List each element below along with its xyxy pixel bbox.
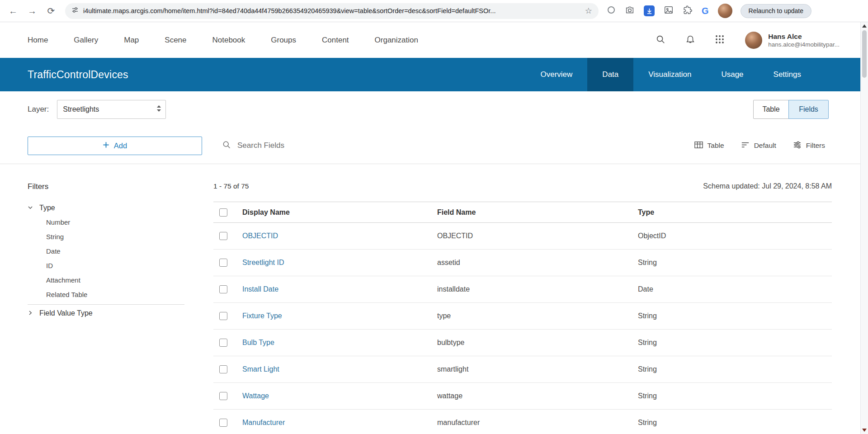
field-display-name-link[interactable]: Bulb Type bbox=[242, 339, 274, 346]
app-launcher-grid-icon[interactable] bbox=[715, 35, 724, 46]
search-fields bbox=[222, 140, 694, 151]
item-tab[interactable]: Overview bbox=[526, 58, 588, 91]
filter-item[interactable]: ID bbox=[46, 258, 184, 273]
nav-item[interactable]: Content bbox=[322, 36, 349, 45]
row-checkbox[interactable] bbox=[219, 312, 227, 320]
table-view-button[interactable]: Table bbox=[753, 100, 789, 119]
filters-action[interactable]: Filters bbox=[793, 140, 825, 151]
page-scrollbar[interactable] bbox=[860, 22, 868, 434]
field-display-name-link[interactable]: Wattage bbox=[242, 392, 269, 400]
row-checkbox[interactable] bbox=[219, 285, 227, 293]
url-text[interactable]: i4ultimate.maps.arcgis.com/home/item.htm… bbox=[83, 7, 580, 14]
item-header: TrafficControlDevices OverviewDataVisual… bbox=[0, 58, 860, 91]
nav-item[interactable]: Gallery bbox=[74, 36, 98, 45]
google-g-icon[interactable]: G bbox=[702, 6, 709, 16]
layer-select[interactable]: Streetlights bbox=[57, 100, 166, 119]
browser-toolbar: ← → ⟳ i4ultimate.maps.arcgis.com/home/it… bbox=[0, 0, 868, 22]
filter-group-fvt-label: Field Value Type bbox=[39, 309, 93, 317]
scrollbar-up-arrow-icon[interactable] bbox=[862, 24, 867, 28]
nav-item[interactable]: Notebook bbox=[212, 36, 245, 45]
filter-group-type[interactable]: Type bbox=[28, 204, 184, 212]
field-name-cell: smartlight bbox=[437, 365, 638, 373]
fields-table-header: Display Name Field Name Type bbox=[213, 202, 832, 223]
item-tab[interactable]: Usage bbox=[706, 58, 758, 91]
results-meta: 1 - 75 of 75 Schema updated: Jul 29, 202… bbox=[213, 182, 832, 190]
filters-divider bbox=[28, 304, 184, 305]
layer-select-value: Streetlights bbox=[63, 105, 99, 113]
table-row: Streetlight ID assetid String bbox=[213, 250, 832, 276]
fields-main: 1 - 75 of 75 Schema updated: Jul 29, 202… bbox=[213, 164, 832, 434]
row-checkbox[interactable] bbox=[219, 392, 227, 400]
filter-type-items: NumberStringDateIDAttachmentRelated Tabl… bbox=[46, 215, 184, 302]
filter-group-field-value-type[interactable]: Field Value Type bbox=[28, 309, 184, 317]
layer-label: Layer: bbox=[28, 105, 49, 114]
browser-back-icon[interactable]: ← bbox=[5, 3, 21, 19]
screen: ← → ⟳ i4ultimate.maps.arcgis.com/home/it… bbox=[0, 0, 868, 434]
table-row: Wattage wattage String bbox=[213, 383, 832, 410]
chevron-right-icon bbox=[28, 309, 33, 317]
filter-item[interactable]: Related Table bbox=[46, 287, 184, 302]
row-checkbox[interactable] bbox=[219, 365, 227, 373]
add-field-button[interactable]: Add bbox=[28, 137, 202, 155]
item-tab[interactable]: Visualization bbox=[633, 58, 706, 91]
browser-reload-icon[interactable]: ⟳ bbox=[43, 3, 59, 19]
browser-forward-icon[interactable]: → bbox=[24, 3, 40, 19]
screenshot-camera-icon[interactable] bbox=[625, 5, 635, 17]
table-layout-action[interactable]: Table bbox=[694, 140, 724, 151]
item-tabs: OverviewDataVisualizationUsageSettings bbox=[526, 58, 861, 91]
site-info-icon[interactable] bbox=[71, 6, 79, 15]
search-fields-input[interactable] bbox=[237, 141, 518, 150]
relaunch-update-button[interactable]: Relaunch to update bbox=[741, 4, 811, 18]
select-all-checkbox[interactable] bbox=[219, 208, 227, 217]
toolbar-actions: Table Default Filters bbox=[694, 140, 825, 151]
item-tab[interactable]: Data bbox=[587, 58, 633, 91]
browser-profile-avatar[interactable] bbox=[718, 4, 732, 18]
item-title: TrafficControlDevices bbox=[28, 69, 128, 81]
plus-icon bbox=[103, 142, 109, 150]
notifications-bell-icon[interactable] bbox=[685, 34, 695, 46]
row-checkbox[interactable] bbox=[219, 259, 227, 267]
result-count: 1 - 75 of 75 bbox=[213, 182, 249, 190]
fields-view-button[interactable]: Fields bbox=[788, 100, 829, 119]
extensions-puzzle-icon[interactable] bbox=[683, 5, 693, 17]
chevron-down-icon bbox=[28, 204, 33, 212]
filter-item[interactable]: Date bbox=[46, 244, 184, 258]
field-type-cell: Date bbox=[638, 285, 832, 293]
image-extension-icon[interactable] bbox=[664, 5, 674, 17]
field-display-name-link[interactable]: Manufacturer bbox=[242, 419, 285, 426]
default-order-action[interactable]: Default bbox=[741, 140, 776, 151]
user-menu[interactable]: Hans Alce hans.alce@i4mobilitypar... bbox=[745, 32, 840, 49]
scrollbar-thumb[interactable] bbox=[862, 30, 867, 78]
item-tab[interactable]: Settings bbox=[759, 58, 816, 91]
nav-item[interactable]: Scene bbox=[165, 36, 186, 45]
filter-item[interactable]: Attachment bbox=[46, 273, 184, 287]
row-checkbox[interactable] bbox=[219, 419, 227, 427]
bookmark-star-icon[interactable]: ☆ bbox=[585, 6, 592, 16]
table-action-label: Table bbox=[708, 142, 724, 150]
url-bar[interactable]: i4ultimate.maps.arcgis.com/home/item.htm… bbox=[65, 3, 599, 19]
extension-icons: G bbox=[607, 4, 732, 18]
download-manager-icon[interactable] bbox=[644, 5, 655, 16]
filter-group-type-label: Type bbox=[39, 204, 55, 212]
filters-panel: Filters Type NumberStringDateIDAttachmen… bbox=[0, 164, 184, 317]
filter-item[interactable]: Number bbox=[46, 215, 184, 229]
nav-item[interactable]: Map bbox=[124, 36, 139, 45]
filter-item[interactable]: String bbox=[46, 229, 184, 244]
row-checkbox[interactable] bbox=[219, 232, 227, 240]
nav-item[interactable]: Home bbox=[28, 36, 48, 45]
field-display-name-link[interactable]: Streetlight ID bbox=[242, 259, 284, 266]
fields-toolbar: Add Table bbox=[0, 127, 860, 164]
field-display-name-link[interactable]: Smart Light bbox=[242, 365, 279, 373]
search-icon[interactable] bbox=[656, 34, 665, 46]
nav-item[interactable]: Organization bbox=[375, 36, 418, 45]
scrollbar-down-arrow-icon[interactable] bbox=[862, 429, 867, 432]
field-display-name-link[interactable]: Install Date bbox=[242, 285, 278, 293]
field-display-name-link[interactable]: OBJECTID bbox=[242, 232, 278, 240]
nav-item[interactable]: Groups bbox=[271, 36, 296, 45]
row-checkbox[interactable] bbox=[219, 339, 227, 347]
user-avatar[interactable] bbox=[745, 32, 762, 49]
field-display-name-link[interactable]: Fixture Type bbox=[242, 312, 282, 320]
col-type: Type bbox=[638, 208, 832, 217]
extension-ring-icon[interactable] bbox=[607, 5, 616, 16]
col-field-name: Field Name bbox=[437, 208, 638, 217]
